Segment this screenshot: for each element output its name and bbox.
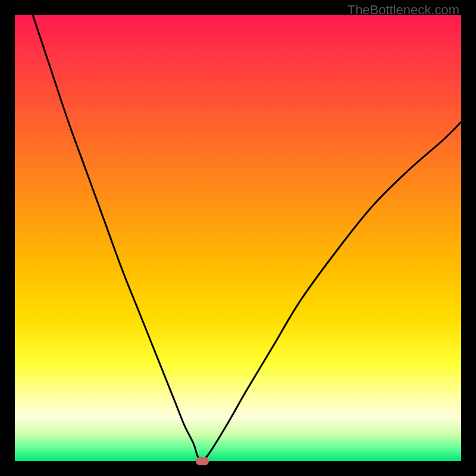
curve-svg (15, 15, 461, 461)
watermark-text: TheBottleneck.com (347, 2, 459, 18)
plot-area (15, 15, 461, 461)
optimal-point-marker (196, 457, 209, 465)
chart-container: TheBottleneck.com (0, 0, 476, 476)
bottleneck-curve (33, 15, 461, 461)
